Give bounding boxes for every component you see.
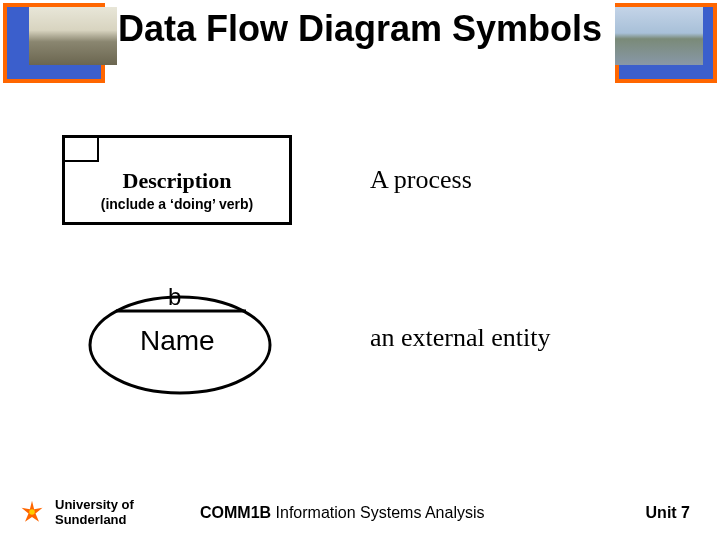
course-name: Information Systems Analysis bbox=[271, 504, 484, 521]
process-caption: A process bbox=[370, 165, 472, 195]
university-name: University of Sunderland bbox=[55, 497, 134, 528]
entity-name-label: Name bbox=[140, 325, 215, 357]
svg-point-2 bbox=[29, 509, 35, 515]
university-logo-icon bbox=[18, 498, 46, 526]
entity-id-label: b bbox=[168, 283, 181, 311]
university-line1: University of bbox=[55, 497, 134, 512]
entity-caption: an external entity bbox=[370, 323, 550, 353]
external-entity-symbol: b Name bbox=[78, 275, 283, 405]
slide-title: Data Flow Diagram Symbols bbox=[110, 8, 610, 49]
university-line2: Sunderland bbox=[55, 512, 127, 527]
header-accent-left bbox=[3, 3, 105, 83]
process-subtext: (include a ‘doing’ verb) bbox=[65, 196, 289, 212]
process-id-cell bbox=[65, 138, 99, 162]
course-code: COMM1B bbox=[200, 504, 271, 521]
header-accent-right bbox=[615, 3, 717, 83]
course-title: COMM1B Information Systems Analysis bbox=[200, 504, 485, 522]
decorative-photo-left bbox=[29, 7, 117, 65]
process-description-label: Description bbox=[65, 168, 289, 194]
decorative-photo-right bbox=[615, 7, 703, 65]
process-symbol-box: Description (include a ‘doing’ verb) bbox=[62, 135, 292, 225]
unit-number: Unit 7 bbox=[646, 504, 690, 522]
